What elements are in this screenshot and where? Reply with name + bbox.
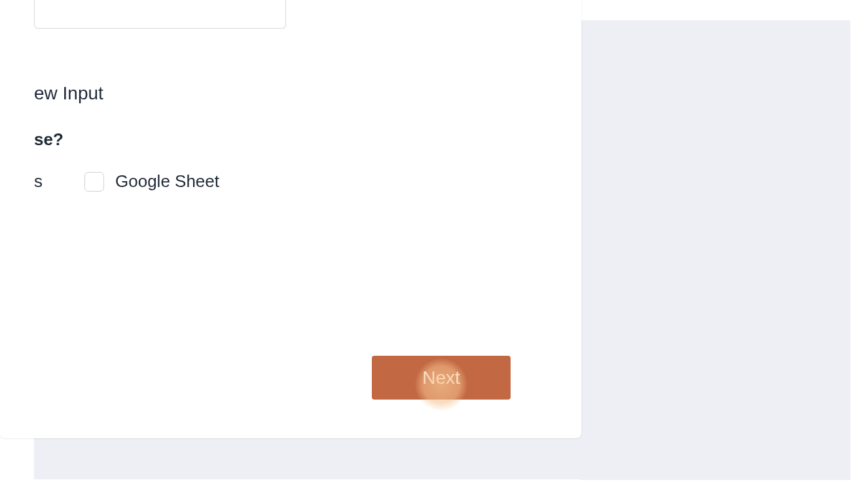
form-card: ew Input se? s Google Sheet Next	[0, 0, 581, 438]
option-label-google-sheet: Google Sheet	[115, 171, 219, 192]
question-label: se?	[34, 129, 63, 150]
option-google-sheet[interactable]: Google Sheet	[84, 171, 219, 192]
options-row: s Google Sheet	[34, 171, 219, 192]
next-button-label: Next	[422, 368, 460, 388]
bottom-background-strip	[34, 437, 850, 479]
text-input-partial[interactable]	[34, 0, 286, 29]
next-button[interactable]: Next	[372, 356, 511, 400]
checkbox-google-sheet[interactable]	[84, 172, 104, 192]
section-heading: ew Input	[34, 83, 103, 104]
option-label-fragment: s	[34, 171, 43, 192]
right-background-panel	[580, 20, 850, 480]
